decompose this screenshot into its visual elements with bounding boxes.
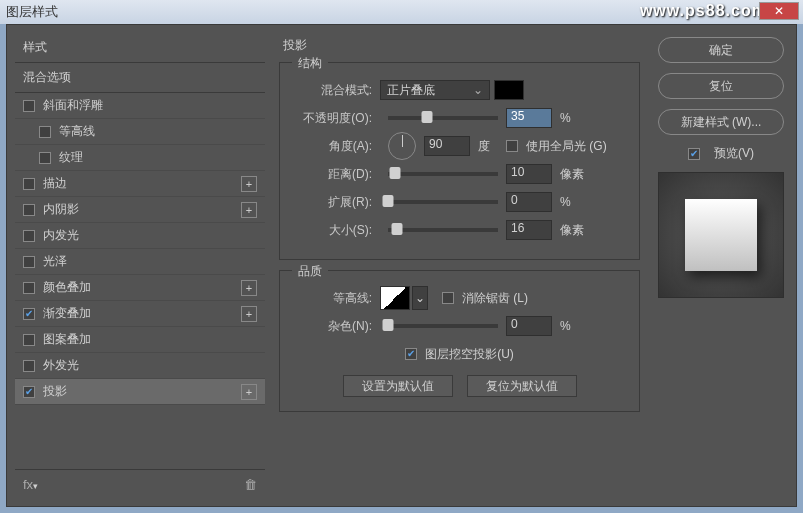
angle-dial[interactable]	[388, 132, 416, 160]
style-label: 纹理	[59, 149, 83, 166]
trash-icon[interactable]: 🗑	[244, 477, 257, 492]
style-item-10[interactable]: 外发光	[15, 353, 265, 379]
distance-unit: 像素	[552, 166, 588, 183]
titlebar: 图层样式 www.ps88.com.cn ✕	[0, 0, 803, 24]
noise-input[interactable]: 0	[506, 316, 552, 336]
ok-button[interactable]: 确定	[658, 37, 784, 63]
angle-unit: 度	[470, 138, 506, 155]
style-checkbox[interactable]	[23, 230, 35, 242]
blend-mode-label: 混合模式:	[294, 82, 380, 99]
contour-dropdown[interactable]: ⌄	[412, 286, 428, 310]
preview-box	[658, 172, 784, 298]
angle-input[interactable]: 90	[424, 136, 470, 156]
size-unit: 像素	[552, 222, 588, 239]
spread-label: 扩展(R):	[294, 194, 380, 211]
opacity-unit: %	[552, 111, 588, 125]
opacity-label: 不透明度(O):	[294, 110, 380, 127]
style-item-2[interactable]: 纹理	[15, 145, 265, 171]
style-label: 图案叠加	[43, 331, 91, 348]
style-checkbox[interactable]	[23, 178, 35, 190]
middle-panel: 投影 结构 混合模式: 正片叠底 不透明度(O): 35 % 角度(A): 90…	[265, 33, 654, 498]
close-button[interactable]: ✕	[759, 2, 799, 20]
shadow-color-swatch[interactable]	[494, 80, 524, 100]
size-slider[interactable]	[388, 228, 498, 232]
style-label: 颜色叠加	[43, 279, 91, 296]
preview-label: 预览(V)	[714, 145, 754, 162]
style-item-9[interactable]: 图案叠加	[15, 327, 265, 353]
angle-label: 角度(A):	[294, 138, 380, 155]
style-item-4[interactable]: 内阴影+	[15, 197, 265, 223]
add-effect-button[interactable]: +	[241, 202, 257, 218]
style-item-5[interactable]: 内发光	[15, 223, 265, 249]
opacity-slider[interactable]	[388, 116, 498, 120]
size-label: 大小(S):	[294, 222, 380, 239]
style-checkbox[interactable]	[23, 100, 35, 112]
make-default-button[interactable]: 设置为默认值	[343, 375, 453, 397]
knockout-label: 图层挖空投影(U)	[425, 346, 514, 363]
style-checkbox[interactable]	[23, 360, 35, 372]
spread-unit: %	[552, 195, 588, 209]
add-effect-button[interactable]: +	[241, 384, 257, 400]
style-item-8[interactable]: 渐变叠加+	[15, 301, 265, 327]
style-label: 内发光	[43, 227, 79, 244]
style-checkbox[interactable]	[23, 282, 35, 294]
left-panel: 样式 混合选项 斜面和浮雕等高线纹理描边+内阴影+内发光光泽颜色叠加+渐变叠加+…	[15, 33, 265, 498]
style-item-0[interactable]: 斜面和浮雕	[15, 93, 265, 119]
antialiased-checkbox[interactable]	[442, 292, 454, 304]
style-item-11[interactable]: 投影+	[15, 379, 265, 405]
style-checkbox[interactable]	[23, 334, 35, 346]
contour-picker[interactable]	[380, 286, 410, 310]
style-label: 投影	[43, 383, 67, 400]
distance-input[interactable]: 10	[506, 164, 552, 184]
distance-slider[interactable]	[388, 172, 498, 176]
style-checkbox[interactable]	[23, 386, 35, 398]
style-checkbox[interactable]	[39, 152, 51, 164]
preview-checkbox[interactable]	[688, 148, 700, 160]
noise-slider[interactable]	[388, 324, 498, 328]
spread-slider[interactable]	[388, 200, 498, 204]
distance-label: 距离(D):	[294, 166, 380, 183]
style-label: 等高线	[59, 123, 95, 140]
blend-options-header[interactable]: 混合选项	[15, 62, 265, 92]
cancel-button[interactable]: 复位	[658, 73, 784, 99]
global-light-checkbox[interactable]	[506, 140, 518, 152]
opacity-input[interactable]: 35	[506, 108, 552, 128]
add-effect-button[interactable]: +	[241, 176, 257, 192]
style-item-7[interactable]: 颜色叠加+	[15, 275, 265, 301]
style-item-3[interactable]: 描边+	[15, 171, 265, 197]
spread-input[interactable]: 0	[506, 192, 552, 212]
style-label: 描边	[43, 175, 67, 192]
panel-title: 投影	[283, 37, 640, 54]
window-title: 图层样式	[6, 3, 58, 21]
preview-swatch	[685, 199, 757, 271]
style-label: 渐变叠加	[43, 305, 91, 322]
style-item-1[interactable]: 等高线	[15, 119, 265, 145]
quality-group: 品质 等高线: ⌄ 消除锯齿 (L) 杂色(N): 0 % 图层挖空投影(U)	[279, 270, 640, 412]
style-checkbox[interactable]	[23, 204, 35, 216]
blend-mode-select[interactable]: 正片叠底	[380, 80, 490, 100]
style-list: 斜面和浮雕等高线纹理描边+内阴影+内发光光泽颜色叠加+渐变叠加+图案叠加外发光投…	[15, 92, 265, 470]
style-checkbox[interactable]	[39, 126, 51, 138]
style-item-6[interactable]: 光泽	[15, 249, 265, 275]
bottom-tools: fx▾ 🗑	[15, 470, 265, 498]
size-input[interactable]: 16	[506, 220, 552, 240]
style-checkbox[interactable]	[23, 308, 35, 320]
new-style-button[interactable]: 新建样式 (W)...	[658, 109, 784, 135]
style-label: 斜面和浮雕	[43, 97, 103, 114]
style-label: 外发光	[43, 357, 79, 374]
knockout-checkbox[interactable]	[405, 348, 417, 360]
noise-label: 杂色(N):	[294, 318, 380, 335]
quality-title: 品质	[292, 263, 328, 280]
fx-icon[interactable]: fx▾	[23, 477, 38, 492]
style-label: 内阴影	[43, 201, 79, 218]
add-effect-button[interactable]: +	[241, 280, 257, 296]
dialog-body: 样式 混合选项 斜面和浮雕等高线纹理描边+内阴影+内发光光泽颜色叠加+渐变叠加+…	[6, 24, 797, 507]
global-light-label: 使用全局光 (G)	[526, 138, 607, 155]
reset-default-button[interactable]: 复位为默认值	[467, 375, 577, 397]
style-checkbox[interactable]	[23, 256, 35, 268]
antialiased-label: 消除锯齿 (L)	[462, 290, 528, 307]
styles-header[interactable]: 样式	[15, 33, 265, 62]
contour-label: 等高线:	[294, 290, 380, 307]
add-effect-button[interactable]: +	[241, 306, 257, 322]
structure-group: 结构 混合模式: 正片叠底 不透明度(O): 35 % 角度(A): 90 度 …	[279, 62, 640, 260]
